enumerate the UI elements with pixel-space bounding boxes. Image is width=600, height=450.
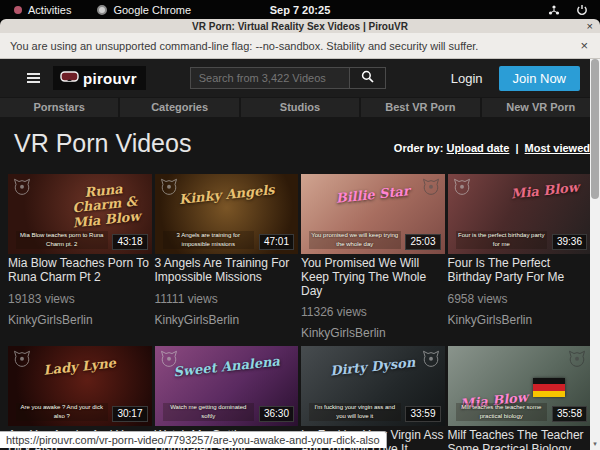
infobar-close-icon[interactable]: × [580, 38, 588, 53]
search-input[interactable] [190, 67, 350, 89]
search-icon [361, 69, 374, 87]
thumbnail-overlay-text: Dirty Dyson [307, 354, 439, 382]
video-thumbnail[interactable]: Mia Blow Milf teaches the teacher some p… [448, 346, 592, 426]
scrollbar-thumb[interactable] [591, 59, 599, 199]
activities-label: Activities [28, 4, 71, 16]
video-duration-badge: 47:01 [259, 234, 294, 250]
thumbnail-overlay-text: Sweet Analena [160, 354, 292, 382]
site-logo[interactable]: pirouvr [53, 66, 146, 90]
video-duration-badge: 30:17 [112, 406, 147, 422]
system-top-bar: Activities Google Chrome Sep 7 20:25 [0, 0, 600, 19]
chrome-icon [97, 5, 107, 15]
order-separator: | [515, 142, 518, 154]
order-by: Order by: Upload date | Most viewed [394, 142, 590, 158]
scrollbar-down-arrow-icon[interactable]: ▾ [590, 440, 600, 448]
video-title[interactable]: Mia Blow Teaches Porn To Runa Charm Pt 2 [8, 257, 152, 285]
browser-tab-bar: VR Porn: Virtual Reality Sex Videos | Pi… [0, 19, 600, 33]
power-icon[interactable] [576, 4, 588, 16]
tab-close-icon[interactable]: × [587, 19, 593, 33]
thumbnail-caption: You promised we will keep trying the who… [309, 231, 401, 249]
nav-item-studios[interactable]: Studios [241, 98, 359, 117]
network-icon[interactable] [548, 4, 560, 16]
video-card: Kinky Angels 3 Angels are training for i… [155, 174, 299, 340]
chrome-infobar: You are using an unsupported command-lin… [0, 33, 600, 59]
video-duration-badge: 39:36 [552, 234, 587, 250]
video-card: Runa Charm & Mia Blow Mia Blow teaches p… [8, 174, 152, 340]
video-thumbnail[interactable]: Billie Star You promised we will keep tr… [301, 174, 445, 254]
search-button[interactable] [350, 67, 386, 89]
thumbnail-caption: Watch me getting dominated softly [163, 403, 255, 421]
activities-indicator-icon [14, 6, 22, 14]
studio-watermark-icon [13, 349, 31, 371]
site-nav: Pornstars Categories Studios Best VR Por… [0, 98, 600, 117]
login-button[interactable]: Login [451, 71, 483, 86]
studio-watermark-icon [13, 177, 31, 199]
nav-item-categories[interactable]: Categories [120, 98, 238, 117]
scrollbar[interactable]: ▾ [590, 59, 600, 450]
thumbnail-caption: Mia Blow teaches porn to Runa Charm pt. … [16, 231, 108, 249]
chrome-app-menu[interactable]: Google Chrome [97, 4, 191, 16]
video-thumbnail[interactable]: Dirty Dyson I'm fucking your virgin ass … [301, 346, 445, 426]
video-thumbnail[interactable]: Kinky Angels 3 Angels are training for i… [155, 174, 299, 254]
order-by-label: Order by: [394, 142, 444, 154]
browser-viewport: pirouvr Login Join Now Pornstars Categor… [0, 59, 600, 450]
video-card: Mia Blow Four is the perfect birthday pa… [448, 174, 592, 340]
video-card: Billie Star You promised we will keep tr… [301, 174, 445, 340]
nav-item-new-vr-porn[interactable]: New VR Porn [482, 98, 600, 117]
nav-item-best-vr-porn[interactable]: Best VR Porn [361, 98, 479, 117]
video-studio-link[interactable]: KinkyGirlsBerlin [8, 313, 152, 327]
video-studio-link[interactable]: KinkyGirlsBerlin [448, 313, 592, 327]
video-views: 19183 views [8, 292, 152, 306]
video-studio-link[interactable]: KinkyGirlsBerlin [301, 326, 445, 340]
nav-item-pornstars[interactable]: Pornstars [0, 98, 118, 117]
video-card: Mia Blow Milf teaches the teacher some p… [448, 346, 592, 450]
video-title[interactable]: You Promised We Will Keep Trying The Who… [301, 257, 445, 298]
video-studio-link[interactable]: KinkyGirlsBerlin [155, 313, 299, 327]
video-duration-badge: 25:03 [405, 234, 440, 250]
video-title[interactable]: Four Is The Perfect Birthday Party For M… [448, 257, 592, 285]
video-duration-badge: 36:30 [259, 406, 294, 422]
vr-headset-icon [60, 69, 79, 87]
thumbnail-caption: 3 Angels are training for impossible mis… [163, 231, 255, 249]
brand-name: pirouvr [83, 70, 137, 87]
thumbnail-caption: Milf teaches the teacher some practical … [456, 403, 548, 421]
menu-icon[interactable] [27, 73, 40, 83]
thumbnail-caption: I'm fucking your virgin ass and you will… [309, 403, 401, 421]
chrome-app-label: Google Chrome [113, 4, 191, 16]
page-title: VR Porn Videos [14, 129, 191, 158]
site-header: pirouvr Login Join Now [0, 59, 600, 97]
video-views: 6958 views [448, 292, 592, 306]
activities-button[interactable]: Activities [14, 4, 71, 16]
studio-watermark-icon [160, 349, 178, 371]
search-bar [190, 67, 386, 89]
page-head: VR Porn Videos Order by: Upload date | M… [0, 117, 600, 158]
clock[interactable]: Sep 7 20:25 [0, 4, 600, 16]
video-views: 11111 views [155, 292, 299, 306]
video-title[interactable]: 3 Angels Are Training For Impossible Mis… [155, 257, 299, 285]
video-duration-badge: 35:58 [552, 406, 587, 422]
video-views: 11326 views [301, 305, 445, 319]
studio-watermark-icon [422, 349, 440, 371]
thumbnail-overlay-text: Lady Lyne [14, 354, 146, 382]
thumbnail-overlay-text: Billie Star [307, 181, 439, 209]
thumbnail-overlay-text: Runa Charm & Mia Blow [63, 180, 147, 231]
video-title[interactable]: Milf Teaches The Teacher Some Practical … [448, 429, 592, 450]
video-thumbnail[interactable]: Sweet Analena Watch me getting dominated… [155, 346, 299, 426]
video-thumbnail[interactable]: Mia Blow Four is the perfect birthday pa… [448, 174, 592, 254]
video-grid: Runa Charm & Mia Blow Mia Blow teaches p… [0, 158, 600, 450]
studio-watermark-icon [422, 177, 440, 199]
status-url-bubble: https://pirouvr.com/vr-porn-video/779325… [0, 431, 387, 448]
video-thumbnail[interactable]: Lady Lyne Are you awake ? And your dick … [8, 346, 152, 426]
infobar-message: You are using an unsupported command-lin… [10, 40, 478, 52]
order-link-most-viewed[interactable]: Most viewed [525, 142, 590, 154]
thumbnail-caption: Four is the perfect birthday party for m… [456, 231, 548, 249]
video-thumbnail[interactable]: Runa Charm & Mia Blow Mia Blow teaches p… [8, 174, 152, 254]
screen: Activities Google Chrome Sep 7 20:25 VR … [0, 0, 600, 450]
thumbnail-caption: Are you awake ? And your dick also ? [16, 403, 108, 421]
order-link-upload-date[interactable]: Upload date [446, 142, 509, 154]
thumbnail-overlay-text: Mia Blow [504, 180, 585, 203]
tab-title[interactable]: VR Porn: Virtual Reality Sex Videos | Pi… [0, 21, 600, 32]
video-duration-badge: 43:18 [112, 234, 147, 250]
studio-watermark-icon [568, 349, 586, 371]
join-now-button[interactable]: Join Now [499, 66, 580, 91]
